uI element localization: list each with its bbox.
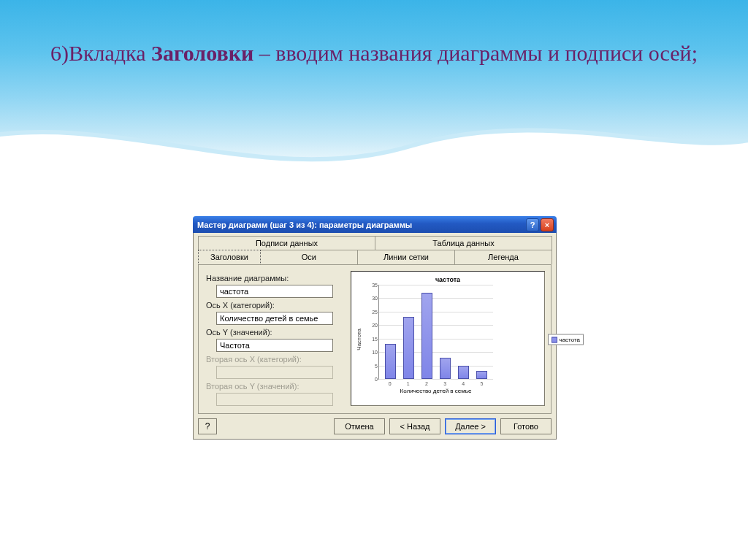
preview-chart-title: частота — [356, 276, 540, 283]
dialog-body: Подписи данных Таблица данных Заголовки … — [193, 233, 557, 440]
dialog-titlebar[interactable]: Мастер диаграмм (шаг 3 из 4): параметры … — [193, 216, 557, 233]
ytick: 5 — [375, 363, 378, 368]
dialog-button-row: ? Отмена < Назад Далее > Готово — [198, 414, 552, 434]
chart-title-label: Название диаграммы: — [206, 274, 343, 283]
x-axis-label: Ось X (категорий): — [206, 301, 343, 310]
xtick: 0 — [384, 381, 395, 386]
preview-legend: частота — [548, 334, 584, 345]
close-icon[interactable]: × — [541, 218, 554, 231]
legend-swatch — [552, 337, 557, 342]
ytick: 20 — [372, 323, 378, 328]
xtick: 1 — [402, 381, 413, 386]
bar — [403, 317, 414, 379]
xtick: 2 — [421, 381, 432, 386]
bar — [458, 366, 469, 379]
help-icon[interactable]: ? — [526, 218, 539, 231]
slide-title-prefix: 6)Вкладка — [50, 41, 151, 65]
slide-title-bold: Заголовки — [151, 41, 253, 65]
tab-row-secondary: Подписи данных Таблица данных — [198, 236, 552, 250]
preview-xlabel: Количество детей в семье — [378, 388, 493, 394]
question-icon: ? — [205, 421, 210, 431]
dialog-title: Мастер диаграмм (шаг 3 из 4): параметры … — [197, 220, 524, 229]
preview-plot-area: 05101520253035 — [378, 285, 493, 380]
tab-axes[interactable]: Оси — [260, 250, 358, 264]
chart-title-input[interactable] — [216, 285, 333, 298]
xtick: 5 — [476, 381, 487, 386]
finish-button[interactable]: Готово — [500, 418, 552, 434]
y-axis-input[interactable] — [216, 339, 333, 352]
back-button[interactable]: < Назад — [389, 418, 440, 434]
bar — [421, 293, 432, 379]
y2-axis-label: Вторая ось Y (значений): — [206, 382, 343, 391]
y-axis-label: Ось Y (значений): — [206, 328, 343, 337]
tab-row-primary: Заголовки Оси Линии сетки Легенда — [198, 250, 552, 264]
x-axis-input[interactable] — [216, 312, 333, 325]
chart-preview: частота Частота 05101520253035 012345 Ко… — [351, 271, 545, 406]
chart-wizard-dialog: Мастер диаграмм (шаг 3 из 4): параметры … — [193, 216, 557, 440]
ytick: 35 — [372, 283, 378, 288]
cancel-button[interactable]: Отмена — [334, 418, 385, 434]
bar — [440, 358, 451, 379]
tab-legend[interactable]: Легенда — [454, 250, 552, 264]
slide-title-suffix: – вводим названия диаграммы и подписи ос… — [253, 41, 698, 65]
y2-axis-input — [216, 393, 333, 406]
tab-page-titles: Название диаграммы: Ось X (категорий): О… — [198, 264, 552, 414]
legend-label: частота — [560, 337, 581, 343]
slide-wave-decoration — [0, 102, 748, 204]
preview-ylabel: Частота — [356, 329, 362, 350]
ytick: 0 — [375, 377, 378, 382]
next-button[interactable]: Далее > — [445, 418, 496, 434]
tab-titles[interactable]: Заголовки — [198, 250, 261, 264]
tab-data-labels[interactable]: Подписи данных — [198, 236, 375, 250]
xtick: 4 — [458, 381, 469, 386]
titles-form: Название диаграммы: Ось X (категорий): О… — [205, 271, 343, 406]
xtick: 3 — [440, 381, 451, 386]
ytick: 10 — [372, 350, 378, 355]
bar — [476, 371, 487, 379]
tab-data-table[interactable]: Таблица данных — [375, 236, 552, 250]
ytick: 30 — [372, 296, 378, 301]
tab-gridlines[interactable]: Линии сетки — [357, 250, 455, 264]
ytick: 25 — [372, 309, 378, 314]
x2-axis-input — [216, 366, 333, 379]
ytick: 15 — [372, 336, 378, 341]
dialog-help-button[interactable]: ? — [198, 418, 217, 434]
x2-axis-label: Вторая ось X (категорий): — [206, 355, 343, 364]
bar — [385, 344, 396, 379]
slide-title: 6)Вкладка Заголовки – вводим названия ди… — [0, 37, 748, 69]
